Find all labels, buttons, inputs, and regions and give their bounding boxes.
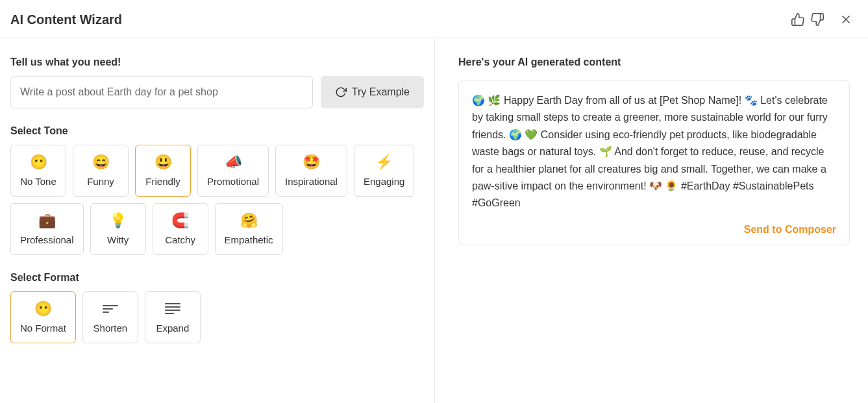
tone-tile-witty[interactable]: 💡Witty	[90, 203, 146, 255]
format-tile-shorten[interactable]: Shorten	[82, 291, 138, 343]
header: AI Content Wizard	[0, 0, 868, 38]
format-tile-label: No Format	[20, 323, 66, 334]
tone-tile-label: Promotional	[207, 176, 259, 187]
tone-tile-promotional[interactable]: 📣Promotional	[197, 145, 269, 197]
try-example-button[interactable]: Try Example	[321, 76, 424, 108]
tone-emoji-icon: 😃	[155, 154, 172, 171]
format-tile-expand[interactable]: Expand	[145, 291, 201, 343]
tone-tile-no-tone[interactable]: 😶No Tone	[10, 145, 66, 197]
page-title: AI Content Wizard	[10, 12, 122, 27]
thumbs-up-icon[interactable]	[789, 10, 807, 29]
tone-label: Select Tone	[10, 125, 424, 137]
left-pane: Tell us what you need! Try Example Selec…	[0, 38, 435, 403]
format-tile-no-format[interactable]: 😶No Format	[10, 291, 76, 343]
send-to-composer-button[interactable]: Send to Composer	[744, 224, 836, 236]
tone-tile-inspirational[interactable]: 🤩Inspirational	[275, 145, 347, 197]
format-tile-label: Expand	[156, 323, 189, 334]
tone-tile-friendly[interactable]: 😃Friendly	[135, 145, 191, 197]
output-card: 🌍 🌿 Happy Earth Day from all of us at [P…	[458, 80, 850, 245]
tone-tile-funny[interactable]: 😄Funny	[73, 145, 129, 197]
output-text: 🌍 🌿 Happy Earth Day from all of us at [P…	[472, 92, 836, 212]
tone-tile-label: Catchy	[165, 234, 195, 245]
tone-tiles: 😶No Tone😄Funny😃Friendly📣Promotional🤩Insp…	[10, 145, 424, 255]
tone-tile-label: Friendly	[145, 176, 180, 187]
tone-emoji-icon: 🧲	[171, 212, 189, 229]
tone-emoji-icon: 💡	[109, 212, 127, 229]
shorten-icon	[103, 300, 118, 317]
format-tiles: 😶No FormatShortenExpand	[10, 291, 424, 343]
tone-emoji-icon: 📣	[225, 154, 242, 171]
try-example-label: Try Example	[352, 86, 410, 98]
prompt-row: Try Example	[10, 76, 424, 108]
tone-tile-label: Funny	[87, 176, 114, 187]
tone-emoji-icon: 😶	[30, 154, 47, 171]
tone-tile-label: Empathetic	[225, 234, 273, 245]
expand-icon	[165, 300, 180, 317]
tone-emoji-icon: ⚡	[375, 154, 393, 171]
tone-tile-label: Inspirational	[285, 176, 338, 187]
tone-tile-label: Engaging	[364, 176, 404, 187]
format-tile-label: Shorten	[93, 323, 128, 334]
right-pane: Here's your AI generated content 🌍 🌿 Hap…	[435, 38, 868, 403]
header-actions	[789, 10, 855, 29]
close-icon[interactable]	[837, 10, 855, 29]
prompt-label: Tell us what you need!	[10, 56, 424, 68]
format-emoji-icon: 😶	[34, 300, 52, 317]
tone-tile-label: Professional	[20, 234, 74, 245]
format-label: Select Format	[10, 272, 424, 284]
tone-emoji-icon: 🤗	[240, 212, 258, 229]
tone-tile-engaging[interactable]: ⚡Engaging	[354, 145, 414, 197]
prompt-input[interactable]	[10, 76, 313, 108]
main: Tell us what you need! Try Example Selec…	[0, 38, 868, 403]
tone-tile-label: Witty	[107, 234, 129, 245]
tone-tile-catchy[interactable]: 🧲Catchy	[153, 203, 208, 255]
tone-tile-empathetic[interactable]: 🤗Empathetic	[215, 203, 283, 255]
tone-emoji-icon: 💼	[38, 212, 56, 229]
tone-tile-label: No Tone	[20, 176, 56, 187]
tone-emoji-icon: 🤩	[303, 154, 320, 171]
send-row: Send to Composer	[472, 224, 836, 236]
refresh-icon	[335, 86, 347, 98]
thumbs-down-icon[interactable]	[808, 10, 826, 29]
tone-tile-professional[interactable]: 💼Professional	[10, 203, 84, 255]
output-title: Here's your AI generated content	[458, 56, 850, 68]
tone-emoji-icon: 😄	[92, 154, 110, 171]
